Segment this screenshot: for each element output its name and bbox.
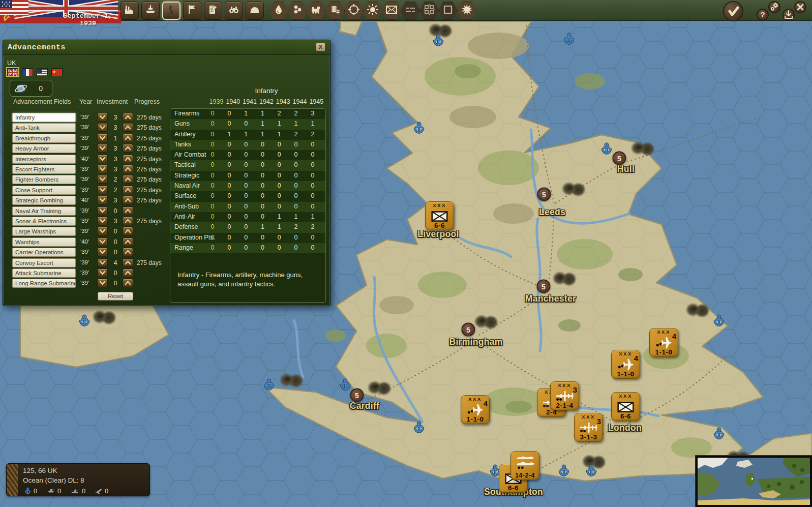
increase-investment-button[interactable] bbox=[123, 227, 133, 235]
unit-counter-fighter[interactable]: XXX41-1-0 bbox=[611, 350, 640, 379]
decrease-investment-button[interactable] bbox=[97, 258, 108, 267]
toolbar-intelligence-button[interactable] bbox=[225, 2, 243, 20]
unit-counter-infantry[interactable]: XXX6-6 bbox=[611, 392, 640, 421]
toolbar-units-button[interactable] bbox=[246, 2, 264, 20]
toolbar-help-button[interactable]: ? bbox=[757, 9, 769, 21]
increase-investment-button[interactable] bbox=[123, 113, 133, 122]
field-row: Attack Submarine'39'0 bbox=[12, 269, 170, 279]
toolbar-resources-button[interactable] bbox=[268, 1, 289, 20]
toolbar-hex-grid-button[interactable] bbox=[419, 1, 439, 20]
decrease-investment-button[interactable] bbox=[97, 165, 108, 173]
increase-investment-button[interactable] bbox=[123, 144, 133, 153]
field-button-large-warships[interactable]: Large Warships bbox=[12, 227, 76, 236]
increase-investment-button[interactable] bbox=[123, 175, 133, 184]
unit-counter-bomber[interactable]: XXX33-1-3 bbox=[574, 413, 603, 442]
increase-investment-button[interactable] bbox=[123, 269, 133, 277]
field-button-fighter-bombers[interactable]: Fighter Bombers bbox=[12, 175, 76, 184]
decrease-investment-button[interactable] bbox=[97, 175, 108, 184]
field-button-strategic-bombing[interactable]: Strategic Bombing bbox=[12, 196, 76, 205]
field-button-breakthrough[interactable]: Breakthrough bbox=[12, 134, 76, 143]
decrease-investment-button[interactable] bbox=[97, 227, 108, 235]
field-button-long-range-submarine[interactable]: Long Range Submarine bbox=[12, 279, 76, 288]
field-button-interceptors[interactable]: Interceptors bbox=[12, 155, 76, 164]
field-button-anti-tank[interactable]: Anti-Tank bbox=[12, 123, 76, 132]
decrease-investment-button[interactable] bbox=[97, 279, 108, 287]
field-button-convoy-escort[interactable]: Convoy Escort bbox=[12, 258, 76, 267]
increase-investment-button[interactable] bbox=[123, 123, 133, 132]
decrease-investment-button[interactable] bbox=[97, 123, 108, 132]
field-button-sonar-electronics[interactable]: Sonar & Electronics bbox=[12, 217, 76, 226]
decrease-investment-button[interactable] bbox=[97, 196, 108, 204]
field-investment-value: 1 bbox=[110, 135, 121, 142]
field-button-carrier-operations[interactable]: Carrier Operations bbox=[12, 248, 76, 257]
toolbar-fronts-button[interactable] bbox=[400, 1, 420, 20]
toolbar-exit-button[interactable] bbox=[794, 1, 806, 13]
unit-counter-bomber[interactable]: XXX32-1-4 bbox=[550, 381, 579, 410]
city-strength-badge[interactable]: 5 bbox=[537, 188, 551, 201]
increase-investment-button[interactable] bbox=[123, 155, 133, 163]
increase-investment-button[interactable] bbox=[123, 279, 133, 287]
flag-usa[interactable] bbox=[37, 68, 48, 76]
city-strength-badge[interactable]: 5 bbox=[462, 323, 475, 337]
toolbar-navy-button[interactable] bbox=[141, 2, 160, 20]
field-button-naval-air-training[interactable]: Naval Air Training bbox=[12, 206, 76, 216]
increase-investment-button[interactable] bbox=[123, 206, 133, 215]
field-button-attack-submarine[interactable]: Attack Submarine bbox=[12, 269, 76, 278]
decrease-investment-button[interactable] bbox=[97, 217, 108, 225]
decrease-investment-button[interactable] bbox=[97, 134, 108, 142]
toolbar-rail-button[interactable] bbox=[306, 1, 326, 20]
toolbar-end-turn-button[interactable] bbox=[723, 1, 743, 21]
flag-china[interactable] bbox=[51, 68, 63, 76]
city-strength-badge[interactable]: 5 bbox=[350, 389, 364, 402]
minimap[interactable] bbox=[696, 456, 812, 507]
toolbar-targets-button[interactable] bbox=[344, 1, 364, 20]
increase-investment-button[interactable] bbox=[123, 186, 133, 194]
unit-counter-fighter[interactable]: XXX41-1-0 bbox=[649, 328, 678, 357]
flag-uk[interactable] bbox=[7, 68, 18, 76]
field-button-close-support[interactable]: Close Support bbox=[12, 186, 76, 195]
decrease-investment-button[interactable] bbox=[97, 248, 108, 256]
increase-investment-button[interactable] bbox=[123, 196, 133, 204]
increase-investment-button[interactable] bbox=[123, 134, 133, 142]
increase-investment-button[interactable] bbox=[123, 248, 133, 256]
dialog-close-button[interactable]: X bbox=[316, 43, 325, 51]
increase-investment-button[interactable] bbox=[123, 258, 133, 267]
toolbar-industry-button[interactable] bbox=[121, 2, 139, 20]
city-strength-badge[interactable]: 5 bbox=[613, 152, 626, 165]
decrease-investment-button[interactable] bbox=[97, 186, 108, 194]
toolbar-messages-button[interactable] bbox=[381, 1, 402, 20]
toolbar-settings-button[interactable] bbox=[768, 1, 780, 13]
toolbar-combat-button[interactable] bbox=[457, 1, 477, 20]
unit-counter-infantry[interactable]: XXX6-6 bbox=[425, 201, 454, 230]
field-button-escort-fighters[interactable]: Escort Fighters bbox=[12, 165, 76, 174]
decrease-investment-button[interactable] bbox=[97, 237, 108, 246]
toolbar-selection-button[interactable] bbox=[438, 1, 458, 20]
unit-counter-fleet[interactable]: 14-2-4 bbox=[510, 451, 539, 480]
toolbar-supply-button[interactable] bbox=[325, 1, 345, 20]
reset-button[interactable]: Reset bbox=[98, 292, 133, 301]
field-button-infantry[interactable]: Infantry bbox=[12, 113, 76, 122]
stats-value: 0 bbox=[304, 161, 321, 168]
increase-investment-button[interactable] bbox=[123, 237, 133, 246]
toolbar-reports-button[interactable] bbox=[204, 2, 222, 20]
flag-icon bbox=[186, 4, 198, 18]
unit-counter-fighter[interactable]: XXX41-1-0 bbox=[461, 395, 490, 424]
decrease-investment-button[interactable] bbox=[97, 206, 108, 215]
field-button-warships[interactable]: Warships bbox=[12, 237, 76, 247]
field-button-heavy-armor[interactable]: Heavy Armor bbox=[12, 144, 76, 153]
increase-investment-button[interactable] bbox=[123, 165, 133, 173]
toolbar-production-button[interactable] bbox=[287, 1, 308, 20]
decrease-investment-button[interactable] bbox=[97, 144, 108, 153]
decrease-investment-button[interactable] bbox=[97, 113, 108, 122]
advancements-dialog: Advancements X UK 0 Advancement Fields Y… bbox=[3, 40, 330, 306]
decrease-investment-button[interactable] bbox=[97, 269, 108, 277]
toolbar-research-button[interactable] bbox=[162, 2, 181, 20]
toolbar-diplomacy-button[interactable] bbox=[183, 2, 201, 20]
toolbar-save-button[interactable] bbox=[783, 9, 795, 21]
research-points-button[interactable]: 0 bbox=[10, 80, 52, 97]
flag-france[interactable] bbox=[22, 68, 33, 76]
toolbar-weather-button[interactable] bbox=[363, 1, 383, 20]
decrease-investment-button[interactable] bbox=[97, 155, 108, 163]
city-strength-badge[interactable]: 5 bbox=[537, 280, 551, 293]
increase-investment-button[interactable] bbox=[123, 217, 133, 225]
